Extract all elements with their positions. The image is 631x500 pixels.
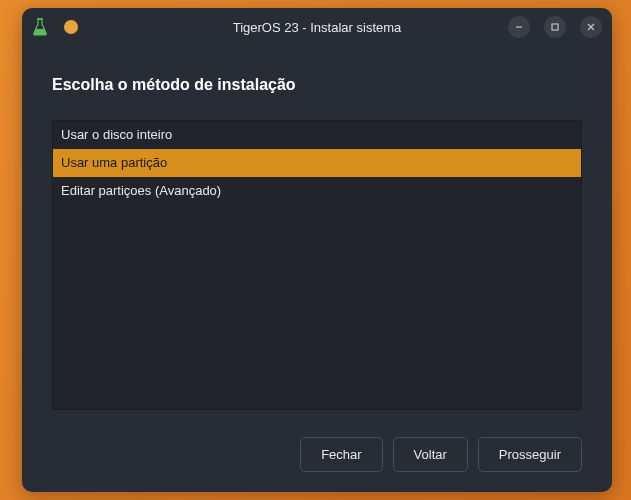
- next-button[interactable]: Prosseguir: [478, 437, 582, 472]
- svg-rect-2: [552, 24, 558, 30]
- install-method-list: Usar o disco inteiro Usar uma partição E…: [52, 120, 582, 410]
- button-row: Fechar Voltar Prosseguir: [52, 421, 582, 472]
- option-use-partition[interactable]: Usar uma partição: [53, 149, 581, 177]
- titlebar: TigerOS 23 - Instalar sistema: [22, 8, 612, 46]
- app-indicator-icon: [64, 20, 78, 34]
- option-whole-disk[interactable]: Usar o disco inteiro: [53, 121, 581, 149]
- window-controls: [508, 16, 602, 38]
- installer-window: TigerOS 23 - Instalar sistema Escolha o …: [22, 8, 612, 492]
- minimize-button[interactable]: [508, 16, 530, 38]
- titlebar-left: [32, 18, 78, 36]
- close-dialog-button[interactable]: Fechar: [300, 437, 382, 472]
- flask-icon: [32, 18, 48, 36]
- option-advanced-partitions[interactable]: Editar partiçoes (Avançado): [53, 177, 581, 205]
- maximize-button[interactable]: [544, 16, 566, 38]
- page-heading: Escolha o método de instalação: [52, 76, 582, 94]
- close-button[interactable]: [580, 16, 602, 38]
- content-area: Escolha o método de instalação Usar o di…: [22, 46, 612, 492]
- back-button[interactable]: Voltar: [393, 437, 468, 472]
